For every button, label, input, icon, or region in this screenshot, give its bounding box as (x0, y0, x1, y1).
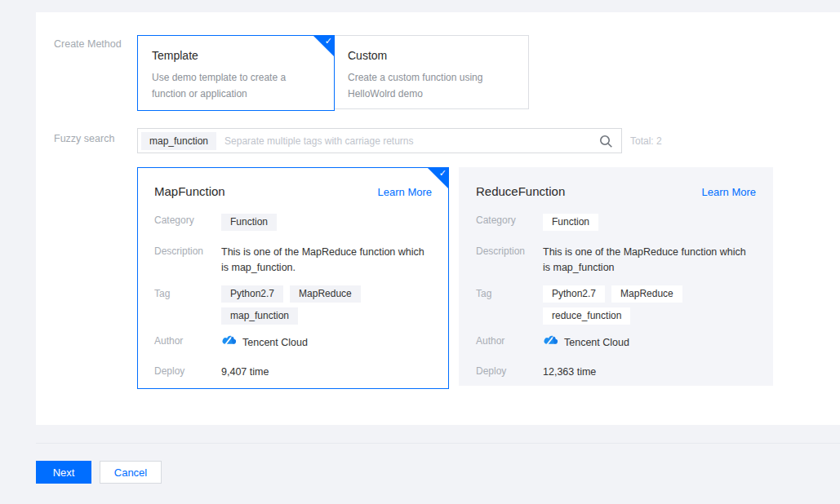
description-value: This is one of the MapReduce function wh… (221, 243, 432, 276)
tag-label: Tag (154, 285, 221, 325)
category-value: Function (543, 214, 598, 231)
check-icon: ✓ (325, 37, 332, 46)
author-value: Tencent Cloud (564, 335, 629, 351)
deploy-value: 12,363 time (543, 363, 596, 380)
method-option-description: Use demo template to create a function o… (152, 69, 319, 102)
template-card-reducefunction[interactable]: ReduceFunction Learn More Category Funct… (459, 167, 773, 386)
next-button[interactable]: Next (36, 461, 91, 484)
author-label: Author (154, 333, 221, 351)
search-placeholder: Separate multiple tags with carriage ret… (224, 135, 413, 147)
method-option-template[interactable]: ✓ Template Use demo template to create a… (137, 35, 335, 111)
learn-more-link[interactable]: Learn More (702, 186, 756, 198)
deploy-label: Deploy (154, 363, 221, 380)
tencent-cloud-icon (221, 334, 237, 351)
deploy-value: 9,407 time (221, 363, 269, 380)
check-icon: ✓ (439, 169, 447, 178)
method-option-title: Custom (348, 49, 517, 62)
method-option-description: Create a custom function using HelloWolr… (348, 69, 515, 102)
template-title: ReduceFunction (476, 184, 565, 198)
method-option-custom[interactable]: Custom Create a custom function using He… (334, 36, 530, 108)
tag-pill: map_function (221, 307, 298, 325)
description-label: Description (476, 243, 543, 276)
search-tag-chip[interactable]: map_function (141, 132, 216, 150)
author-value: Tencent Cloud (242, 335, 308, 351)
create-function-page: Create Method ✓ Template Use demo templa… (0, 0, 840, 504)
tag-pill: Python2.7 (221, 285, 283, 303)
total-count: Total: 2 (630, 135, 662, 147)
fuzzy-search-input[interactable]: map_function Separate multiple tags with… (137, 128, 622, 153)
category-label: Category (154, 212, 221, 231)
tag-pill: MapReduce (611, 285, 682, 303)
description-label: Description (154, 243, 221, 276)
template-card-mapfunction[interactable]: ✓ MapFunction Learn More Category Functi… (137, 167, 449, 389)
tencent-cloud-icon (543, 334, 558, 351)
fuzzy-search-label: Fuzzy search (54, 133, 114, 144)
author-label: Author (476, 333, 543, 351)
description-value: This is one of the MapReduce function wh… (543, 243, 756, 276)
deploy-label: Deploy (476, 363, 543, 380)
learn-more-link[interactable]: Learn More (378, 186, 432, 198)
content-panel: Create Method ✓ Template Use demo templa… (36, 12, 840, 425)
footer-divider (36, 443, 840, 444)
tag-pill: reduce_function (543, 307, 630, 325)
tag-pill: MapReduce (290, 285, 361, 303)
tag-pill: Python2.7 (543, 285, 605, 303)
search-icon[interactable] (599, 135, 613, 148)
create-method-options: ✓ Template Use demo template to create a… (137, 35, 529, 109)
create-method-label: Create Method (54, 38, 122, 50)
category-value: Function (221, 214, 277, 231)
category-label: Category (476, 212, 543, 231)
method-option-title: Template (152, 49, 321, 62)
template-title: MapFunction (154, 184, 225, 198)
cancel-button[interactable]: Cancel (100, 461, 162, 484)
tag-label: Tag (476, 285, 543, 325)
